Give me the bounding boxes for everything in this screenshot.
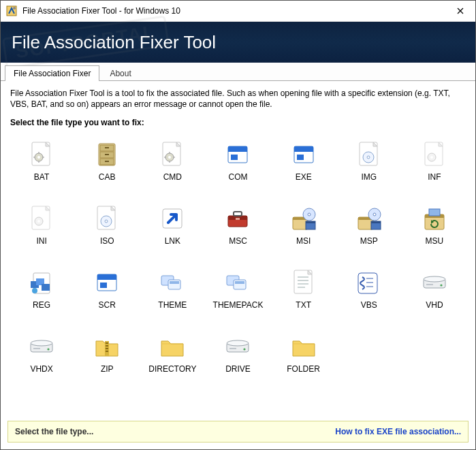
- file-type-label: FOLDER: [287, 364, 320, 374]
- file-type-vhd[interactable]: VHD: [403, 266, 466, 327]
- svg-rect-13: [105, 147, 109, 148]
- folder-icon: [290, 333, 317, 360]
- file-type-theme[interactable]: THEME: [141, 266, 204, 327]
- close-button[interactable]: [445, 1, 475, 21]
- svg-rect-60: [429, 209, 440, 216]
- file-type-msu[interactable]: MSU: [403, 202, 466, 263]
- svg-rect-94: [106, 348, 108, 349]
- svg-rect-99: [229, 348, 236, 349]
- file-type-folder[interactable]: FOLDER: [272, 330, 335, 391]
- registry-icon: [28, 269, 55, 296]
- app-icon: [6, 5, 17, 16]
- file-type-label: THEME: [158, 300, 187, 310]
- file-type-vhdx[interactable]: VHDX: [10, 330, 73, 391]
- update-box-icon: [421, 205, 448, 232]
- file-type-txt[interactable]: TXT: [272, 266, 335, 327]
- svg-point-85: [440, 285, 442, 287]
- drive-icon: [224, 333, 251, 360]
- svg-point-31: [367, 156, 370, 159]
- tab-about[interactable]: About: [101, 65, 140, 81]
- file-type-label: THEMEPACK: [213, 300, 264, 310]
- file-type-msp[interactable]: MSP: [338, 202, 400, 263]
- file-type-label: CMD: [163, 172, 182, 182]
- svg-point-65: [32, 288, 37, 293]
- svg-rect-71: [170, 281, 179, 284]
- tab-file-association-fixer[interactable]: File Association Fixer: [5, 65, 99, 81]
- file-type-label: EXE: [296, 172, 312, 182]
- svg-rect-28: [297, 155, 304, 160]
- status-left: Select the file type...: [15, 427, 335, 436]
- installer-icon: [355, 205, 383, 232]
- file-type-com[interactable]: COM: [206, 138, 269, 199]
- file-type-label: INI: [36, 236, 46, 246]
- file-type-label: IMG: [361, 172, 377, 182]
- file-type-cmd[interactable]: CMD: [141, 138, 204, 199]
- drive-icon: [421, 269, 448, 296]
- window-blue-icon: [290, 141, 317, 168]
- shortcut-icon: [159, 205, 186, 232]
- svg-rect-15: [105, 161, 109, 162]
- titlebar: File Association Fixer Tool - for Window…: [1, 1, 475, 22]
- tab-strip: File Association FixerAbout: [1, 63, 475, 81]
- file-type-label: MSP: [360, 236, 378, 246]
- banner-heading: File Association Fixer Tool: [12, 32, 216, 53]
- script-icon: [355, 269, 383, 296]
- file-type-label: REG: [33, 300, 50, 310]
- svg-rect-57: [371, 221, 381, 223]
- svg-point-34: [430, 156, 433, 159]
- file-type-label: MSC: [229, 236, 247, 246]
- file-type-label: LNK: [165, 236, 180, 246]
- svg-rect-86: [426, 284, 433, 285]
- gear-page-faded-icon: [421, 141, 448, 168]
- file-type-bat[interactable]: BAT: [10, 138, 73, 199]
- gear-page-faded-icon: [28, 205, 55, 232]
- svg-rect-90: [33, 348, 40, 349]
- svg-point-49: [308, 213, 311, 216]
- svg-point-18: [168, 156, 171, 159]
- file-type-directory[interactable]: DIRECTORY: [141, 330, 204, 391]
- help-link[interactable]: How to fix EXE file association...: [335, 427, 461, 436]
- file-type-msc[interactable]: MSC: [206, 202, 269, 263]
- svg-rect-27: [294, 146, 313, 152]
- file-type-label: DRIVE: [225, 364, 251, 374]
- file-type-vbs[interactable]: VBS: [338, 266, 400, 327]
- svg-rect-25: [231, 155, 238, 160]
- file-type-label: VBS: [361, 300, 377, 310]
- gear-page-icon: [159, 141, 186, 168]
- close-icon: [457, 7, 464, 14]
- file-type-label: MSI: [296, 236, 311, 246]
- file-type-reg[interactable]: REG: [10, 266, 73, 327]
- app-window: File Association Fixer Tool - for Window…: [0, 0, 476, 450]
- file-type-zip[interactable]: ZIP: [76, 330, 138, 391]
- svg-rect-14: [105, 154, 109, 155]
- file-type-ini[interactable]: INI: [10, 202, 73, 263]
- svg-point-37: [37, 220, 40, 223]
- file-type-iso[interactable]: ISO: [76, 202, 138, 263]
- svg-rect-92: [106, 342, 108, 344]
- file-type-lnk[interactable]: LNK: [141, 202, 204, 263]
- theme-icon: [159, 269, 186, 296]
- file-type-exe[interactable]: EXE: [272, 138, 335, 199]
- file-type-img[interactable]: IMG: [338, 138, 400, 199]
- file-type-scr[interactable]: SCR: [76, 266, 138, 327]
- file-type-msi[interactable]: MSI: [272, 202, 335, 263]
- svg-point-4: [37, 156, 40, 159]
- file-type-cab[interactable]: CAB: [76, 138, 138, 199]
- svg-point-84: [424, 276, 445, 282]
- file-type-label: ISO: [100, 236, 114, 246]
- status-bar: Select the file type... How to fix EXE f…: [7, 421, 469, 443]
- file-type-drive[interactable]: DRIVE: [206, 330, 269, 391]
- svg-point-40: [105, 220, 108, 223]
- svg-point-88: [31, 340, 52, 346]
- file-type-themepack[interactable]: THEMEPACK: [206, 266, 269, 327]
- text-page-icon: [290, 269, 317, 296]
- svg-rect-24: [228, 146, 247, 152]
- svg-point-1: [13, 7, 16, 10]
- window-blue-icon: [224, 141, 251, 168]
- svg-rect-68: [100, 283, 107, 288]
- svg-point-89: [47, 349, 49, 351]
- file-type-inf[interactable]: INF: [403, 138, 466, 199]
- file-type-label: ZIP: [101, 364, 114, 374]
- svg-rect-45: [236, 218, 240, 220]
- svg-rect-44: [234, 212, 242, 216]
